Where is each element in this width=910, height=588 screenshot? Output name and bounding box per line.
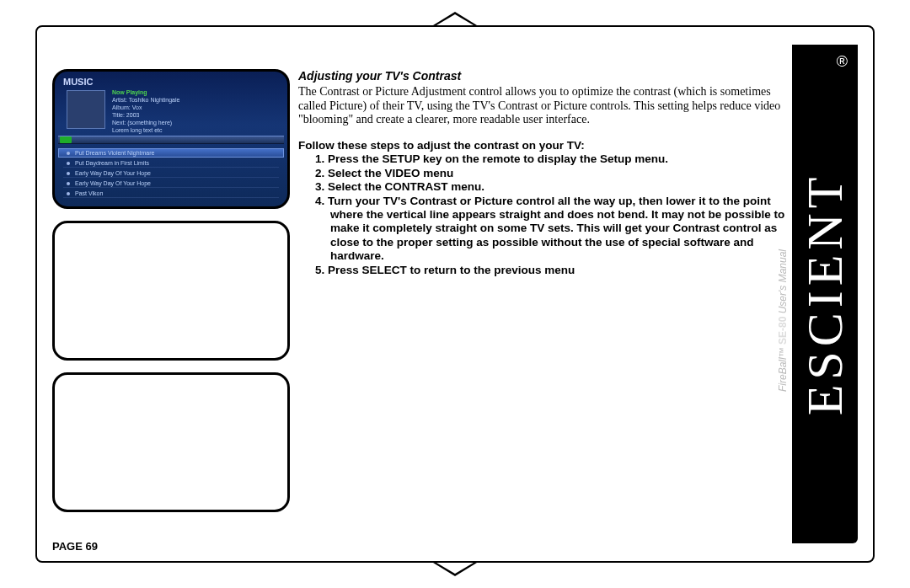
list-item: Past Vikon xyxy=(63,190,279,198)
info-line: Album: Vox xyxy=(112,104,281,111)
now-playing-info: Now Playing Artist: Toshiko Nightingale … xyxy=(112,88,281,134)
list-item: 3. Select the CONTRAST menu. xyxy=(315,180,787,194)
screenshot-title: MUSIC xyxy=(63,77,93,87)
bottom-notch-decoration xyxy=(433,563,477,576)
registered-mark: ® xyxy=(837,53,848,71)
steps-list: 1. Press the SETUP key on the remote to … xyxy=(298,152,787,277)
list-item: 4. Turn your TV's Contrast or Picture co… xyxy=(315,195,787,264)
left-column: MUSIC Now Playing Artist: Toshiko Nighti… xyxy=(52,69,290,512)
steps-intro: Follow these steps to adjust the contras… xyxy=(298,139,787,152)
info-line: Now Playing xyxy=(112,88,281,96)
list-item: Early Way Day Of Your Hope xyxy=(63,169,279,178)
list-item: 5. Press SELECT to return to the previou… xyxy=(315,264,787,277)
brand-logo-text: ESCIENT xyxy=(796,173,854,416)
page-number: PAGE 69 xyxy=(52,540,98,553)
top-notch-decoration xyxy=(433,12,477,25)
list-item: 1. Press the SETUP key on the remote to … xyxy=(315,152,787,166)
info-line: Lorem long text etc xyxy=(112,126,281,134)
info-line: Artist: Toshiko Nightingale xyxy=(112,96,281,104)
list-item: Put Daydream in First Limits xyxy=(63,159,279,168)
embedded-screenshot: MUSIC Now Playing Artist: Toshiko Nighti… xyxy=(52,69,290,209)
body-paragraph: The Contrast or Picture Adjustment contr… xyxy=(298,85,787,127)
content-area: MUSIC Now Playing Artist: Toshiko Nighti… xyxy=(52,42,794,548)
info-line: Next: (something here) xyxy=(112,119,281,126)
indicator-icon xyxy=(60,136,72,143)
brand-sidebar: ® ESCIENT FireBall™ SE-80 User's Manual xyxy=(792,45,858,543)
list-item: Early Way Day Of Your Hope xyxy=(63,179,279,188)
list-item: 2. Select the VIDEO menu xyxy=(315,167,787,180)
main-text-column: Adjusting your TV's Contrast The Contras… xyxy=(298,69,787,277)
empty-frame xyxy=(52,221,290,361)
screenshot-toolbar xyxy=(58,136,284,144)
info-line: Title: 2003 xyxy=(112,111,281,119)
list-item: Put Dreams Violent Nightmare xyxy=(63,149,279,158)
section-heading: Adjusting your TV's Contrast xyxy=(298,69,787,83)
empty-frame xyxy=(52,372,290,512)
album-art-placeholder xyxy=(67,90,105,129)
